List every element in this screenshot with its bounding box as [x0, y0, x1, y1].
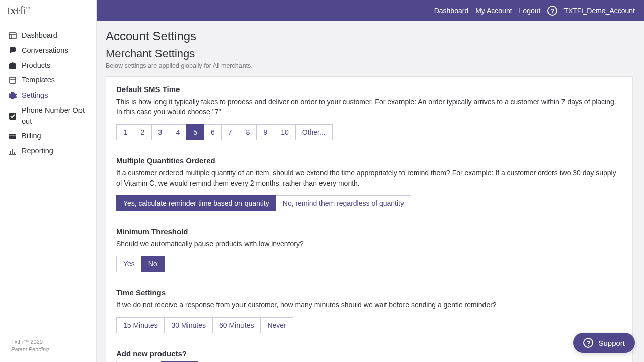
section-time-settings: Time Settings If we do not receive a res…	[116, 288, 622, 333]
current-user: TXTFi_Demo_Account	[564, 7, 635, 15]
footer-line-1: TxtFi™ 2020	[11, 338, 96, 345]
svg-rect-3	[10, 77, 16, 83]
option-button[interactable]: 30 Minutes	[164, 317, 212, 333]
multi-qty-options: Yes, calculate reminder time based on qu…	[116, 195, 622, 211]
option-button[interactable]: No	[141, 256, 165, 272]
chart-icon	[9, 147, 17, 155]
option-button[interactable]: 15 Minutes	[116, 317, 165, 333]
sidebar-item-settings[interactable]: Settings	[0, 88, 96, 103]
card-icon	[9, 132, 17, 140]
sms-time-options: 12345678910Other...	[116, 124, 622, 140]
option-button[interactable]: 7	[221, 124, 239, 140]
support-button[interactable]: ? Support	[573, 333, 635, 353]
time-settings-options: 15 Minutes30 Minutes60 MinutesNever	[116, 317, 622, 333]
sidebar-item-label: Phone Number Opt out	[22, 105, 91, 127]
section-min-threshold: Minimum Threshold Should we automaticall…	[116, 227, 622, 272]
section-desc: This is how long it typically takes to p…	[116, 97, 622, 117]
help-icon: ?	[583, 338, 593, 348]
option-button[interactable]: No, remind them regardless of quantity	[276, 195, 411, 211]
section-title: Add new products?	[116, 349, 622, 358]
top-link-logout[interactable]: Logout	[519, 7, 541, 15]
option-button[interactable]: 9	[256, 124, 274, 140]
help-icon[interactable]: ?	[547, 6, 557, 16]
page-title: Account Settings	[106, 29, 633, 43]
sidebar: tx·t·fi™ DashboardConversationsProductsT…	[0, 0, 97, 362]
option-button[interactable]: 5	[186, 124, 204, 140]
section-title: Time Settings	[116, 288, 622, 297]
option-button[interactable]: Other...	[295, 124, 333, 140]
svg-rect-0	[9, 33, 16, 39]
option-button[interactable]: Never	[260, 317, 293, 333]
sidebar-item-phone-number-opt-out[interactable]: Phone Number Opt out	[0, 103, 96, 129]
chat-icon	[9, 47, 17, 55]
option-button[interactable]: 6	[204, 124, 222, 140]
sidebar-item-products[interactable]: Products	[0, 58, 96, 73]
section-title: Multiple Quantities Ordered	[116, 156, 622, 165]
svg-rect-6	[9, 134, 16, 139]
sidebar-footer: TxtFi™ 2020 Patent Pending	[0, 338, 96, 362]
option-button[interactable]: 60 Minutes	[212, 317, 261, 333]
section-title: Minimum Threshold	[116, 227, 622, 236]
topbar: Dashboard My Account Logout ? TXTFi_Demo…	[0, 0, 644, 21]
settings-panel: Default SMS Time This is how long it typ…	[106, 76, 633, 362]
template-icon	[9, 76, 17, 84]
box-icon	[9, 61, 17, 69]
sidebar-item-label: Dashboard	[22, 30, 57, 41]
sidebar-item-label: Templates	[22, 75, 55, 86]
option-button[interactable]: Yes	[116, 256, 142, 272]
sidebar-item-label: Conversations	[22, 45, 68, 56]
sidebar-item-templates[interactable]: Templates	[0, 73, 96, 88]
option-button[interactable]: 10	[274, 124, 296, 140]
gear-icon	[9, 92, 17, 100]
support-label: Support	[598, 339, 625, 347]
dashboard-icon	[9, 32, 17, 40]
top-link-dashboard[interactable]: Dashboard	[434, 7, 469, 15]
section-desc: If we do not receive a response from you…	[116, 300, 622, 310]
section-desc: If a customer ordered multiple quantity …	[116, 168, 622, 189]
global-note: Below settings are applied globally for …	[106, 62, 633, 69]
logo: tx·t·fi™	[0, 0, 96, 21]
sidebar-item-billing[interactable]: Billing	[0, 129, 96, 144]
option-button[interactable]: 2	[134, 124, 152, 140]
section-add-products: Add new products? AutomaticManual	[116, 349, 622, 362]
sidebar-item-label: Reporting	[22, 146, 53, 157]
option-button[interactable]: 3	[151, 124, 170, 140]
main: Account Settings Merchant Settings Below…	[97, 0, 644, 362]
option-button[interactable]: 1	[116, 124, 134, 140]
section-multi-qty: Multiple Quantities Ordered If a custome…	[116, 156, 622, 212]
nav: DashboardConversationsProductsTemplatesS…	[0, 21, 96, 338]
sidebar-item-label: Billing	[22, 131, 41, 142]
sidebar-item-dashboard[interactable]: Dashboard	[0, 28, 96, 43]
sidebar-item-label: Settings	[22, 90, 48, 101]
option-button[interactable]: Yes, calculate reminder time based on qu…	[116, 195, 276, 211]
option-button[interactable]: 4	[169, 124, 187, 140]
check-icon	[9, 112, 17, 120]
sidebar-item-reporting[interactable]: Reporting	[0, 144, 96, 159]
section-title: Default SMS Time	[116, 85, 622, 94]
page-subtitle: Merchant Settings	[106, 47, 633, 60]
sidebar-item-conversations[interactable]: Conversations	[0, 43, 96, 58]
sidebar-item-label: Products	[22, 60, 50, 71]
min-thresh-options: YesNo	[116, 256, 622, 272]
option-button[interactable]: 8	[239, 124, 257, 140]
footer-line-2: Patent Pending	[11, 346, 96, 353]
section-desc: Should we automatically pause products w…	[116, 239, 622, 249]
section-sms-time: Default SMS Time This is how long it typ…	[116, 85, 622, 140]
top-link-my-account[interactable]: My Account	[475, 7, 512, 15]
svg-rect-7	[9, 135, 16, 136]
